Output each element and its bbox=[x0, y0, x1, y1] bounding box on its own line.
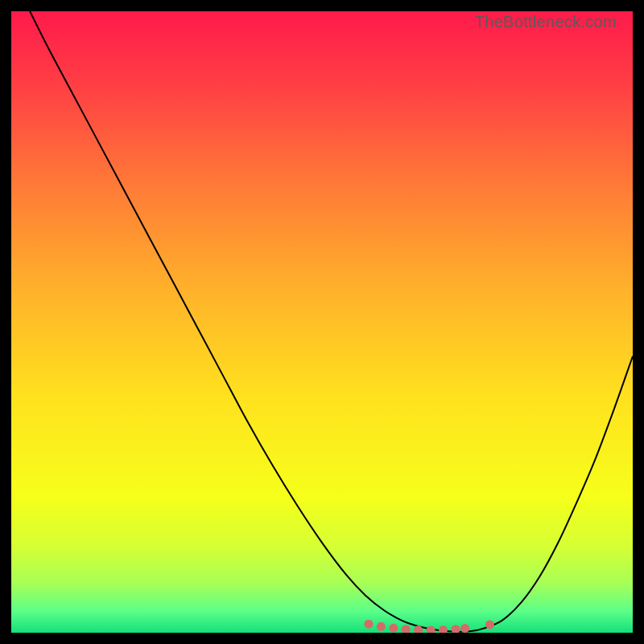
sweet-spot-point bbox=[364, 620, 373, 629]
sweet-spot-point bbox=[377, 622, 386, 631]
sweet-spot-point bbox=[389, 624, 398, 633]
sweet-spot-point bbox=[460, 624, 469, 633]
sweet-spot-point bbox=[485, 620, 494, 629]
gradient-background bbox=[11, 11, 633, 633]
chart-svg bbox=[11, 11, 633, 633]
chart-frame: TheBottleneck.com bbox=[11, 11, 633, 633]
watermark-text: TheBottleneck.com bbox=[475, 13, 617, 31]
